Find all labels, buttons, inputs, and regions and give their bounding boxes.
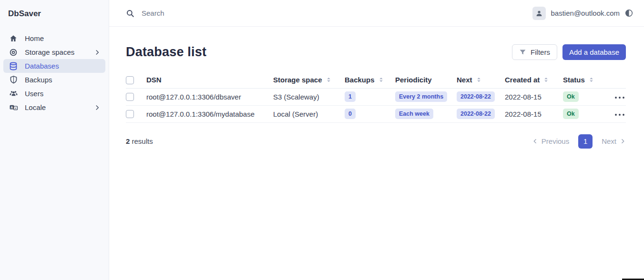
cell-dsn: root@127.0.0.1:3306/mydatabase: [146, 105, 273, 122]
svg-text:A: A: [10, 106, 13, 110]
sort-icon[interactable]: [476, 77, 482, 83]
sidebar-item-label: Backups: [25, 76, 52, 84]
column-header-storage-space[interactable]: Storage space: [273, 71, 345, 88]
periodicity-badge: Every 2 months: [395, 91, 447, 102]
user-menu[interactable]: bastien@outlook.com: [532, 7, 620, 20]
sort-icon[interactable]: [588, 77, 594, 83]
add-database-button[interactable]: Add a database: [562, 44, 626, 60]
column-header-periodicity: Periodicity: [395, 71, 457, 88]
row-checkbox[interactable]: [126, 110, 134, 118]
chevron-right-icon: [620, 138, 626, 144]
pagination: Previous 1 Next: [532, 134, 626, 149]
column-header-dsn: DSN: [146, 71, 273, 88]
sidebar-item-databases[interactable]: Databases: [3, 59, 105, 73]
search-input[interactable]: [141, 9, 341, 18]
add-database-button-label: Add a database: [569, 48, 619, 56]
row-checkbox[interactable]: [126, 93, 134, 101]
sidebar-item-users[interactable]: Users: [3, 87, 105, 100]
sidebar-item-locale[interactable]: Az Locale: [3, 100, 105, 114]
svg-text:z: z: [15, 107, 16, 110]
translate-icon: Az: [8, 103, 19, 112]
row-actions-menu[interactable]: [613, 111, 626, 118]
app-logo: DbSaver: [0, 0, 109, 19]
sort-icon[interactable]: [543, 77, 549, 83]
sidebar-item-label: Home: [25, 34, 44, 42]
row-actions-menu[interactable]: [613, 94, 626, 101]
table-row: root@127.0.0.1:3306/dbsaver S3 (Scaleway…: [126, 88, 626, 105]
column-header-next[interactable]: Next: [457, 71, 505, 88]
filters-button-label: Filters: [531, 48, 550, 56]
pagination-next[interactable]: Next: [602, 137, 626, 145]
target-icon: [8, 48, 19, 57]
chevron-right-icon: [94, 104, 101, 111]
pagination-previous[interactable]: Previous: [532, 137, 569, 145]
search-icon: [126, 9, 134, 18]
users-icon: [8, 89, 19, 98]
page-title: Database list: [126, 45, 206, 60]
chevron-left-icon: [532, 138, 538, 144]
sort-icon[interactable]: [326, 77, 332, 83]
cell-dsn: root@127.0.0.1:3306/dbsaver: [146, 88, 273, 105]
database-icon: [8, 62, 19, 70]
table-header-row: DSN Storage space Backups Periodicity: [126, 71, 626, 88]
sidebar-item-label: Locale: [25, 103, 46, 111]
backups-count-badge: 0: [345, 109, 356, 120]
sidebar-item-storage-spaces[interactable]: Storage spaces: [3, 45, 105, 59]
main-content: Database list Filters Add a database: [109, 27, 644, 149]
shield-icon: [8, 76, 19, 84]
home-icon: [8, 34, 19, 43]
next-date-badge: 2022-08-22: [457, 91, 495, 102]
column-header-created-at[interactable]: Created at: [505, 71, 563, 88]
chevron-right-icon: [94, 49, 101, 56]
column-header-backups[interactable]: Backups: [345, 71, 395, 88]
next-date-badge: 2022-08-22: [457, 109, 495, 120]
table-row: root@127.0.0.1:3306/mydatabase Local (Se…: [126, 105, 626, 122]
sidebar-item-home[interactable]: Home: [3, 31, 105, 45]
topbar: bastien@outlook.com: [109, 0, 644, 27]
filter-icon: [519, 49, 526, 56]
sidebar-nav: Home Storage spaces Databases Backups: [0, 31, 109, 114]
page-actions: Filters Add a database: [512, 44, 626, 60]
theme-toggle-icon[interactable]: [624, 9, 634, 18]
status-badge: Ok: [563, 109, 579, 120]
periodicity-badge: Each week: [395, 109, 433, 120]
database-table: DSN Storage space Backups Periodicity: [109, 71, 644, 123]
cell-storage-space: S3 (Scaleway): [273, 88, 345, 105]
sidebar: DbSaver Home Storage spaces Databases: [0, 0, 109, 280]
sidebar-item-backups[interactable]: Backups: [3, 73, 105, 87]
cell-storage-space: Local (Server): [273, 105, 345, 122]
cell-created-at: 2022-08-15: [505, 105, 563, 122]
avatar[interactable]: [532, 7, 546, 20]
cell-created-at: 2022-08-15: [505, 88, 563, 105]
status-badge: Ok: [563, 91, 579, 102]
page-header: Database list Filters Add a database: [109, 27, 644, 71]
column-header-status[interactable]: Status: [563, 71, 612, 88]
search-bar: [126, 9, 532, 18]
pagination-page-1[interactable]: 1: [578, 134, 593, 149]
sidebar-item-label: Databases: [25, 62, 59, 70]
list-footer: 2 results Previous 1 Next: [109, 123, 644, 149]
backups-count-badge: 1: [345, 91, 356, 102]
select-all-checkbox[interactable]: [126, 76, 134, 84]
sidebar-item-label: Storage spaces: [25, 48, 74, 56]
sort-icon[interactable]: [378, 77, 384, 83]
sidebar-item-label: Users: [25, 90, 43, 98]
user-email: bastien@outlook.com: [551, 9, 620, 17]
results-count: 2 results: [126, 137, 153, 145]
filters-button[interactable]: Filters: [512, 44, 557, 60]
